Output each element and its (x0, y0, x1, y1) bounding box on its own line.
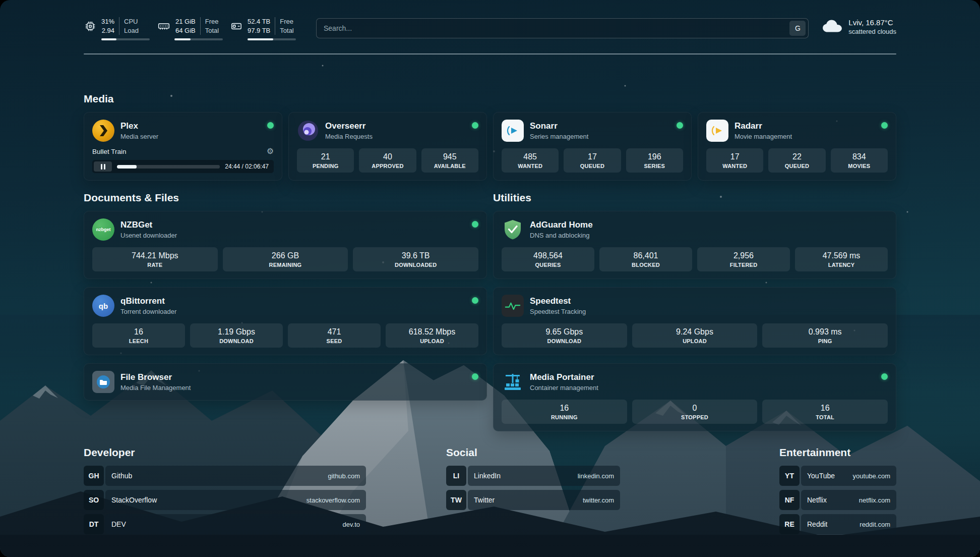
bookmark-group-developer: Developer GH Github github.com SO StackO… (84, 447, 366, 538)
section-title-media: Media (84, 93, 896, 105)
bookmark-group-entertainment: Entertainment YT YouTube youtube.com NF … (779, 447, 896, 538)
disk-widget: 52.4 TB 97.9 TB Free Total (230, 17, 296, 40)
stat-upload: 618.52 Mbps UPLOAD (386, 323, 478, 348)
app-desc: Series management (530, 133, 588, 140)
bookmark-name: DEV (111, 520, 126, 528)
app-card-radarr[interactable]: Radarr Movie management 17 WANTED 22 QUE… (698, 112, 896, 181)
now-playing-title: Bullet Train (92, 148, 127, 155)
bookmark-linkedin[interactable]: LI LinkedIn linkedin.com (446, 466, 620, 486)
radarr-icon (706, 120, 728, 142)
stat-rate: 744.21 Mbps RATE (92, 247, 218, 271)
app-card-filebrowser[interactable]: File Browser Media File Management (84, 363, 487, 401)
stat-stopped: 0 STOPPED (632, 400, 758, 424)
ram-values: 21 GiB 64 GiB (175, 17, 196, 35)
status-online-dot (881, 373, 888, 380)
bookmark-url: youtube.com (853, 472, 890, 480)
stat-remaining: 266 GB REMAINING (223, 247, 348, 271)
github-icon: GH (84, 466, 104, 486)
sonarr-icon (502, 120, 524, 142)
linkedin-icon: LI (446, 466, 466, 486)
bookmark-twitter[interactable]: TW Twitter twitter.com (446, 490, 620, 510)
app-card-sonarr[interactable]: Sonarr Series management 485 WANTED 17 Q… (493, 112, 692, 181)
search-engine-button[interactable]: G (789, 21, 806, 36)
stat-download: 9.65 Gbps DOWNLOAD (502, 323, 627, 348)
playback-progress-fill (117, 165, 137, 169)
status-online-dot (472, 122, 478, 129)
status-online-dot (472, 221, 478, 228)
app-name: Radarr (734, 121, 792, 131)
app-name: File Browser (120, 372, 191, 382)
disk-progress-bar (248, 38, 296, 40)
bookmark-stackoverflow[interactable]: SO StackOverflow stackoverflow.com (84, 490, 366, 510)
app-desc: Media server (120, 133, 158, 140)
ram-progress-bar (174, 38, 223, 40)
weather-widget: Lviv, 16.87°C scattered clouds (822, 18, 896, 35)
bookmark-netflix[interactable]: NF Netflix netflix.com (779, 490, 896, 510)
pause-button[interactable] (94, 161, 112, 172)
stat-downloaded: 39.6 TB DOWNLOADED (353, 247, 478, 271)
status-online-dot (472, 297, 478, 304)
bookmark-github[interactable]: GH Github github.com (84, 466, 366, 486)
gear-icon[interactable]: ⚙ (267, 147, 274, 155)
bookmark-name: Twitter (474, 496, 495, 504)
cpu-icon (84, 20, 97, 33)
status-online-dot (267, 122, 274, 129)
app-card-speedtest[interactable]: Speedtest Speedtest Tracking 9.65 Gbps D… (493, 287, 896, 355)
stat-running: 16 RUNNING (502, 400, 627, 424)
stat-queries: 498,564 QUERIES (502, 247, 594, 271)
bookmark-name: YouTube (807, 472, 835, 480)
weather-location: Lviv, 16.87°C (848, 18, 896, 27)
stat-wanted: 485 WANTED (502, 148, 559, 173)
stat-available: 945 AVAILABLE (421, 148, 478, 173)
disk-icon (230, 20, 243, 33)
playback-progress-track[interactable] (117, 165, 220, 169)
bookmark-name: Github (111, 472, 132, 480)
bookmark-dev-to[interactable]: DT DEV dev.to (84, 514, 366, 534)
app-desc: Media File Management (120, 384, 191, 392)
section-title-documents: Documents & Files (84, 192, 487, 204)
bookmark-name: StackOverflow (111, 496, 157, 504)
search-bar[interactable]: G (316, 18, 809, 38)
app-card-overseerr[interactable]: Overseerr Media Requests 21 PENDING 40 A… (288, 112, 487, 181)
app-card-portainer[interactable]: Media Portainer Container management 16 … (493, 363, 896, 431)
app-desc: Movie management (734, 133, 792, 140)
cpu-progress-bar (101, 38, 150, 40)
twitter-icon: TW (446, 490, 466, 510)
netflix-icon: NF (779, 490, 800, 510)
bookmark-name: Reddit (807, 520, 827, 528)
youtube-icon: YT (779, 466, 800, 486)
media-player-bar: 24:44 / 02:06:47 (92, 160, 274, 173)
playback-time: 24:44 / 02:06:47 (225, 163, 269, 170)
app-name: NZBGet (120, 220, 177, 230)
app-card-plex[interactable]: Plex Media server Bullet Train ⚙ (84, 112, 282, 181)
app-name: Sonarr (530, 121, 588, 131)
devto-icon: DT (84, 514, 104, 534)
app-card-adguard[interactable]: AdGuard Home DNS and adblocking 498,564 … (493, 211, 896, 279)
search-input[interactable] (324, 24, 789, 32)
cpu-labels: CPU Load (119, 17, 139, 35)
stat-queued: 17 QUEUED (564, 148, 621, 173)
bookmark-youtube[interactable]: YT YouTube youtube.com (779, 466, 896, 486)
qbittorrent-icon: qb (92, 295, 114, 317)
cpu-widget: 31% 2.94 CPU Load (84, 17, 150, 40)
app-card-qbittorrent[interactable]: qb qBittorrent Torrent downloader 16 LEE… (84, 287, 487, 355)
bookmark-group-social: Social LI LinkedIn linkedin.com TW Twitt… (446, 447, 620, 538)
bookmark-url: github.com (328, 472, 360, 480)
app-desc: Media Requests (325, 133, 373, 140)
app-desc: Speedtest Tracking (530, 308, 586, 315)
stat-upload: 9.24 Gbps UPLOAD (632, 323, 758, 348)
filebrowser-icon (92, 371, 114, 393)
weather-condition: scattered clouds (848, 28, 896, 35)
stat-series: 196 SERIES (626, 148, 683, 173)
cpu-values: 31% 2.94 (101, 17, 114, 35)
bookmark-url: dev.to (343, 521, 360, 528)
app-card-nzbget[interactable]: nzbget NZBGet Usenet downloader 744.21 M… (84, 211, 487, 279)
disk-labels: Free Total (275, 17, 293, 35)
bookmark-reddit[interactable]: RE Reddit reddit.com (779, 514, 896, 534)
speedtest-icon (502, 295, 524, 317)
ram-icon (157, 20, 171, 33)
bookmark-url: reddit.com (860, 521, 890, 528)
app-desc: Container management (530, 384, 598, 392)
status-online-dot (881, 122, 888, 129)
ram-labels: Free Total (200, 17, 219, 35)
